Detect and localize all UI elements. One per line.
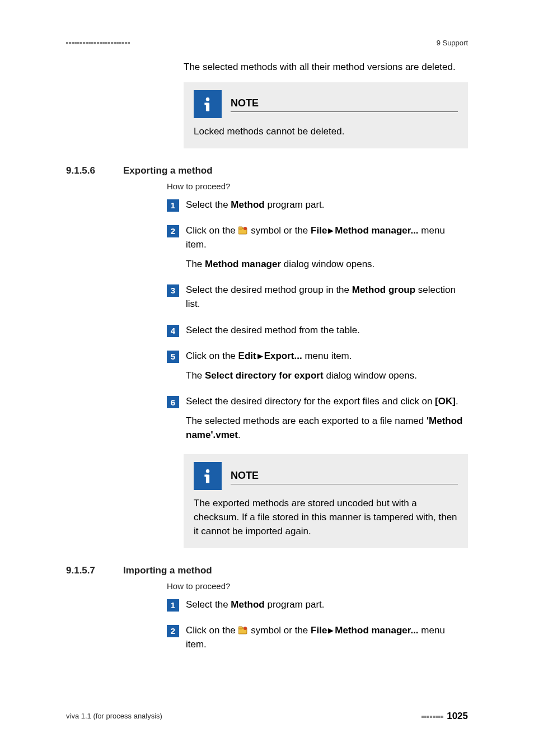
note-box: NOTE Locked methods cannot be deleted.: [184, 82, 468, 149]
footer-left: viva 1.1 (for process analysis): [66, 711, 162, 722]
step-item: 2 Click on the symbol or the File▶Method…: [167, 624, 468, 651]
steps-list: 1 Select the Method program part. 2 Clic…: [167, 198, 468, 442]
step-item: 1 Select the Method program part.: [167, 598, 468, 612]
step-item: 4 Select the desired method from the tab…: [167, 324, 468, 338]
svg-point-0: [206, 97, 210, 101]
svg-rect-2: [204, 102, 207, 105]
footer-right: 1025: [421, 710, 468, 724]
svg-point-6: [206, 469, 210, 473]
section-title: Exporting a method: [123, 164, 213, 178]
svg-rect-4: [238, 227, 242, 229]
page-header: 9 Support: [66, 40, 468, 46]
step-number: 2: [167, 625, 179, 637]
info-icon: [194, 90, 222, 118]
section-heading: 9.1.5.7 Importing a method: [66, 564, 468, 578]
step-number: 4: [167, 325, 179, 337]
step-item: 3 Select the desired method group in the…: [167, 283, 468, 311]
step-text: Click on the symbol or the File▶Method m…: [186, 224, 468, 251]
step-result: The Method manager dialog window opens.: [186, 258, 468, 272]
note-title: NOTE: [231, 468, 458, 484]
section-number: 9.1.5.7: [66, 564, 123, 578]
svg-rect-8: [204, 475, 207, 477]
step-text: Click on the symbol or the File▶Method m…: [186, 624, 468, 651]
howto-label: How to proceed?: [167, 580, 468, 592]
step-number: 1: [167, 199, 179, 212]
folder-icon: [238, 626, 249, 635]
howto-label: How to proceed?: [167, 180, 468, 193]
step-text: Click on the Edit▶Export... menu item.: [186, 349, 468, 363]
step-result: The selected methods are each exported t…: [186, 414, 468, 442]
info-icon: [194, 462, 222, 490]
section-number: 9.1.5.6: [66, 164, 123, 178]
step-number: 5: [167, 351, 179, 363]
section-heading: 9.1.5.6 Exporting a method: [66, 164, 468, 178]
step-number: 2: [167, 225, 179, 237]
step-number: 6: [167, 396, 179, 408]
intro-text: The selected methods with all their meth…: [184, 60, 468, 74]
step-item: 1 Select the Method program part.: [167, 198, 468, 212]
header-chapter: 9 Support: [437, 38, 468, 49]
step-number: 3: [167, 284, 179, 297]
step-item: 2 Click on the symbol or the File▶Method…: [167, 224, 468, 271]
page-number: 1025: [447, 710, 468, 724]
step-text: Select the desired directory for the exp…: [186, 395, 468, 409]
note-box: NOTE The exported methods are stored unc…: [184, 454, 468, 548]
header-ticks-icon: [66, 42, 130, 44]
step-number: 1: [167, 599, 179, 612]
step-text: Select the Method program part.: [186, 198, 468, 212]
step-text: Select the Method program part.: [186, 598, 468, 612]
step-text: Select the desired method group in the M…: [186, 283, 468, 311]
folder-icon: [238, 226, 249, 235]
page-footer: viva 1.1 (for process analysis) 1025: [66, 710, 468, 724]
note-body: The exported methods are stored uncoded …: [194, 497, 458, 538]
page-content: The selected methods with all their meth…: [66, 60, 468, 664]
step-text: Select the desired method from the table…: [186, 324, 468, 338]
steps-list: 1 Select the Method program part. 2 Clic…: [167, 598, 468, 652]
svg-point-11: [243, 627, 247, 630]
step-item: 5 Click on the Edit▶Export... menu item.…: [167, 349, 468, 382]
step-item: 6 Select the desired directory for the e…: [167, 395, 468, 442]
section-title: Importing a method: [123, 564, 212, 578]
step-result: The Select directory for export dialog w…: [186, 369, 468, 383]
svg-point-5: [243, 227, 247, 230]
footer-ticks-icon: [421, 716, 443, 718]
note-body: Locked methods cannot be deleted.: [194, 125, 458, 139]
note-title: NOTE: [231, 96, 458, 112]
svg-rect-10: [238, 627, 242, 629]
